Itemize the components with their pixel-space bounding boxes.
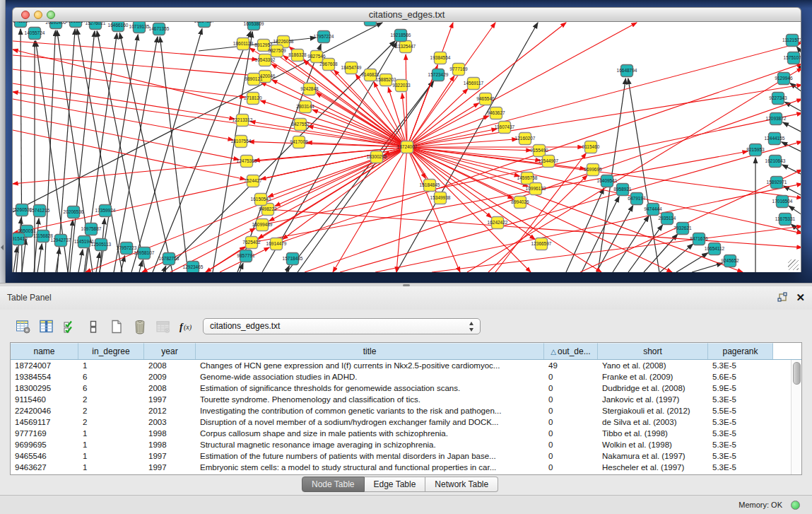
graph-node[interactable]: 9463627 (487, 107, 505, 119)
graph-node[interactable]: 14671355 (149, 23, 170, 35)
new-table-button[interactable] (105, 315, 128, 339)
graph-node[interactable]: 6479197 (628, 193, 646, 205)
graph-node[interactable]: 19384554 (430, 52, 451, 64)
graph-node[interactable]: 8958921 (613, 184, 632, 196)
float-panel-icon[interactable] (777, 292, 788, 303)
graph-node[interactable]: 15751074 (784, 52, 801, 64)
graph-node[interactable]: 12366597 (531, 238, 552, 250)
graph-node[interactable]: 16914479 (266, 238, 287, 250)
graph-node[interactable]: 16409541 (597, 175, 618, 187)
table-row[interactable]: 2242004622012Investigating the contribut… (11, 405, 791, 416)
window-resize-grip[interactable] (788, 259, 799, 270)
table-row[interactable]: 1830029562008Estimation of significance … (11, 382, 791, 394)
graph-node[interactable]: 17016504 (772, 196, 793, 208)
graph-node[interactable]: 8471676 (690, 233, 708, 245)
graph-node[interactable]: 2967608 (319, 59, 338, 71)
graph-node[interactable]: 12923465 (183, 262, 204, 273)
graph-node[interactable]: 14569117 (464, 78, 484, 90)
graph-node[interactable]: 16210643 (765, 156, 786, 168)
column-header-title[interactable]: title (196, 343, 544, 359)
row-selection-button[interactable] (58, 315, 81, 339)
graph-node[interactable]: 9129946 (775, 73, 793, 85)
cell-in_degree: 1 (78, 428, 144, 439)
function-builder-button[interactable]: f(x) (175, 315, 198, 339)
graph-node[interactable]: 2935114 (659, 213, 676, 225)
table-row[interactable]: 946554611997Estimation of the future num… (11, 450, 791, 462)
graph-node[interactable]: 12475365 (237, 156, 257, 168)
tab-node-table[interactable]: Node Table (302, 477, 365, 492)
graph-node[interactable]: 16053809 (244, 22, 264, 30)
graph-node[interactable]: 15276021 (86, 22, 106, 30)
graph-node[interactable]: 10719135 (129, 22, 150, 33)
graph-node[interactable]: 16648794 (617, 65, 637, 77)
compact-rows-button[interactable] (81, 315, 105, 339)
graph-node[interactable]: 10975887 (81, 223, 102, 235)
graph-node[interactable]: 15349938 (430, 192, 451, 204)
graph-node[interactable]: 18454749 (341, 62, 362, 74)
graph-node[interactable]: 16242422 (488, 217, 508, 229)
splitter-collapse-arrow-icon[interactable] (1, 245, 4, 250)
graph-node[interactable]: 7625402 (242, 237, 261, 249)
graph-node[interactable]: 19218586 (391, 30, 411, 42)
column-header-out_de[interactable]: △out_de... (544, 343, 598, 359)
graph-node[interactable]: 9417008 (290, 136, 308, 148)
graph-node[interactable]: 15184845 (420, 180, 440, 192)
citation-network-graph[interactable]: 1872400718601128891295418226058982750910… (13, 22, 801, 272)
cell-pagerank: 5.3E-5 (708, 360, 773, 371)
table-vertical-scrollbar[interactable] (791, 360, 801, 474)
table-row[interactable]: 1456911722003Disruption of a novel membe… (11, 416, 791, 428)
column-header-in_degree[interactable]: in_degree (78, 343, 144, 359)
graph-node[interactable]: 18224337 (194, 22, 215, 28)
graph-node[interactable]: 9242848 (300, 83, 319, 95)
graph-node[interactable]: 12160207 (515, 133, 536, 145)
table-row[interactable]: 911546021997Tourette syndrome. Phenomeno… (11, 394, 791, 405)
column-header-name[interactable]: name (11, 343, 78, 359)
graph-node[interactable]: 15723429 (428, 69, 449, 81)
graph-node[interactable]: 12444155 (765, 133, 785, 145)
graph-node[interactable]: 10553257 (66, 22, 86, 28)
delete-table-button[interactable] (128, 315, 151, 339)
graph-node[interactable]: 10958107 (134, 247, 155, 259)
graph-node[interactable]: 7932621 (673, 223, 692, 235)
column-header-short[interactable]: short (598, 343, 708, 359)
table-options-button[interactable] (11, 315, 35, 339)
graph-node[interactable]: 2718120 (244, 93, 262, 105)
network-window-titlebar[interactable]: citations_edges.txt (12, 7, 801, 22)
graph-node[interactable]: 12942737 (51, 235, 71, 247)
graph-node[interactable]: 11325447 (396, 41, 416, 53)
graph-node[interactable]: 17957224 (314, 31, 334, 43)
column-header-year[interactable]: year (144, 343, 196, 359)
table-row[interactable]: 946362711997Embryonic stem cells: a mode… (11, 462, 791, 473)
left-panel-splitter[interactable] (0, 0, 6, 283)
tab-network-table[interactable]: Network Table (425, 477, 498, 492)
graph-node[interactable]: 9322033 (392, 80, 411, 92)
graph-node[interactable]: 9857791 (237, 250, 255, 262)
graph-node[interactable]: 9245652 (721, 255, 739, 267)
graph-node[interactable]: 11121573 (782, 35, 801, 47)
table-selector-dropdown[interactable]: citations_edges.txt (203, 318, 481, 334)
network-canvas[interactable]: 1872400718601128891295418226058982750910… (12, 22, 801, 272)
table-row[interactable]: 977716911998Corpus callosum shape and si… (11, 428, 791, 439)
close-panel-icon[interactable]: ✕ (796, 291, 805, 305)
column-header-pagerank[interactable]: pagerank (708, 343, 773, 359)
graph-node[interactable]: 14055724 (25, 28, 45, 40)
scrollbar-thumb[interactable] (793, 362, 801, 385)
graph-node[interactable]: 8994026 (511, 197, 529, 209)
graph-node[interactable]: 2803144 (296, 101, 314, 113)
graph-node[interactable]: 20206536 (64, 206, 84, 218)
graph-node[interactable]: 12213312 (233, 115, 253, 127)
import-table-button[interactable] (151, 315, 175, 339)
table-row[interactable]: 1872400712008Changes of HCN gene express… (11, 360, 791, 371)
graph-node[interactable]: 9227343 (769, 93, 787, 105)
graph-node[interactable]: 16411387 (13, 22, 31, 28)
tab-edge-table[interactable]: Edge Table (365, 477, 426, 492)
column-visibility-button[interactable] (35, 315, 58, 339)
graph-node[interactable]: 8215953 (746, 144, 765, 156)
table-row[interactable]: 969969511998Structural magnetic resonanc… (11, 439, 791, 450)
graph-node[interactable]: 20691406 (46, 22, 66, 29)
graph-node[interactable]: 9699695 (584, 164, 602, 176)
graph-node[interactable]: 9115460 (582, 141, 600, 153)
graph-node[interactable]: 16466160 (108, 22, 129, 32)
graph-node[interactable]: 11675331 (775, 214, 796, 226)
table-row[interactable]: 1938455462009Genome-wide association stu… (11, 371, 791, 382)
